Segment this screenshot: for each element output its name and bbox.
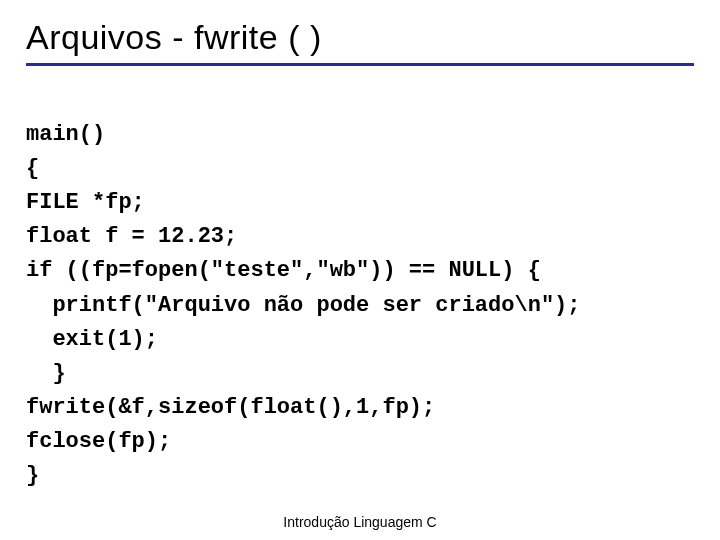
code-line: float f = 12.23; — [26, 224, 237, 249]
slide-title: Arquivos - fwrite ( ) — [26, 18, 694, 66]
code-line: printf("Arquivo não pode ser criado\n"); — [26, 293, 581, 318]
code-line: } — [26, 361, 66, 386]
code-line: if ((fp=fopen("teste","wb")) == NULL) { — [26, 258, 541, 283]
footer-text: Introdução Linguagem C — [0, 514, 720, 530]
code-line: fwrite(&f,sizeof(float(),1,fp); — [26, 395, 435, 420]
code-line: { — [26, 156, 39, 181]
code-block: main() { FILE *fp; float f = 12.23; if (… — [26, 84, 694, 493]
slide: Arquivos - fwrite ( ) main() { FILE *fp;… — [0, 0, 720, 540]
code-line: fclose(fp); — [26, 429, 171, 454]
code-line: } — [26, 463, 39, 488]
code-line: FILE *fp; — [26, 190, 145, 215]
code-line: exit(1); — [26, 327, 158, 352]
code-line: main() — [26, 122, 105, 147]
